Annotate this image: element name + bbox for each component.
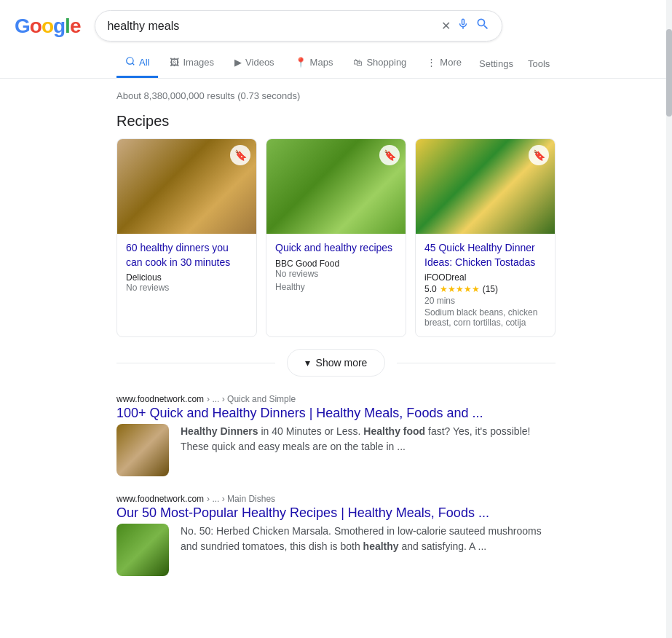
scrollbar-thumb[interactable] bbox=[666, 29, 672, 117]
result-body-0: Healthy Dinners in 40 Minutes or Less. H… bbox=[116, 424, 556, 476]
bookmark-button-1[interactable]: 🔖 bbox=[379, 145, 400, 165]
recipe-image-2: 🔖 bbox=[416, 139, 555, 234]
snippet-bold-0: Healthy Dinners bbox=[181, 425, 258, 437]
recipe-info-2: 45 Quick Healthy Dinner Ideas: Chicken T… bbox=[416, 234, 555, 336]
recipe-image-0: 🔖 bbox=[117, 139, 256, 234]
results-area: About 8,380,000,000 results (0.73 second… bbox=[0, 79, 672, 599]
rating-count-2: (15) bbox=[483, 284, 498, 294]
result-snippet-1: No. 50: Herbed Chicken Marsala. Smothere… bbox=[181, 524, 556, 576]
stars-icon-2: ★★★★★ bbox=[440, 284, 480, 294]
recipe-image-1: 🔖 bbox=[266, 139, 406, 234]
videos-icon: ▶ bbox=[234, 57, 242, 68]
recipe-ingredients-2: Sodium black beans, chicken breast, corn… bbox=[424, 307, 546, 328]
microphone-button[interactable] bbox=[456, 17, 470, 34]
result-snippet-0: Healthy Dinners in 40 Minutes or Less. H… bbox=[181, 424, 556, 476]
nav-tabs: All 🖼 Images ▶ Videos 📍 Maps 🛍 Shopping … bbox=[0, 49, 672, 79]
bookmark-button-0[interactable]: 🔖 bbox=[230, 145, 250, 165]
settings-tools: Settings Tools bbox=[473, 51, 556, 76]
tab-shopping[interactable]: 🛍 Shopping bbox=[344, 50, 415, 77]
recipe-reviews-1: No reviews bbox=[275, 269, 397, 279]
recipes-section: Recipes 🔖 60 healthy dinners you can coo… bbox=[116, 113, 556, 377]
result-thumbnail-0 bbox=[116, 424, 169, 476]
show-more-wrapper: ▾ Show more bbox=[116, 349, 556, 377]
search-result-0: www.foodnetwork.com › ... › Quick and Si… bbox=[116, 394, 556, 476]
search-result-1: www.foodnetwork.com › ... › Main Dishes … bbox=[116, 494, 556, 576]
result-breadcrumb-0: › ... › Quick and Simple bbox=[207, 394, 296, 404]
result-domain-0: www.foodnetwork.com bbox=[116, 394, 204, 404]
recipe-source-2: iFOODreal bbox=[424, 272, 546, 283]
svg-point-0 bbox=[127, 58, 133, 64]
google-logo: Google bbox=[15, 15, 80, 38]
recipes-section-title: Recipes bbox=[116, 113, 556, 130]
maps-icon: 📍 bbox=[295, 57, 307, 68]
result-domain-1: www.foodnetwork.com bbox=[116, 494, 204, 504]
recipe-cards-container: 🔖 60 healthy dinners you can cook in 30 … bbox=[116, 138, 556, 337]
result-title-link-0[interactable]: 100+ Quick and Healthy Dinners | Healthy… bbox=[116, 406, 556, 421]
result-url-1: www.foodnetwork.com › ... › Main Dishes bbox=[116, 494, 556, 504]
result-body-1: No. 50: Herbed Chicken Marsala. Smothere… bbox=[116, 524, 556, 576]
shopping-icon: 🛍 bbox=[353, 57, 363, 68]
tab-more[interactable]: ⋮ More bbox=[418, 50, 470, 77]
result-breadcrumb-1: › ... › Main Dishes bbox=[207, 494, 275, 504]
tab-images[interactable]: 🖼 Images bbox=[161, 50, 223, 77]
more-dots-icon: ⋮ bbox=[427, 57, 436, 68]
result-url-0: www.foodnetwork.com › ... › Quick and Si… bbox=[116, 394, 556, 404]
all-icon bbox=[125, 56, 135, 68]
tab-shopping-label: Shopping bbox=[366, 57, 406, 68]
svg-line-1 bbox=[133, 63, 135, 66]
recipe-card-1[interactable]: 🔖 Quick and healthy recipes BBC Good Foo… bbox=[266, 138, 406, 337]
recipe-title-link-2[interactable]: 45 Quick Healthy Dinner Ideas: Chicken T… bbox=[424, 241, 546, 269]
tools-link[interactable]: Tools bbox=[522, 51, 556, 76]
recipe-title-link-1[interactable]: Quick and healthy recipes bbox=[275, 241, 397, 256]
settings-link[interactable]: Settings bbox=[473, 51, 519, 76]
recipe-source-1: BBC Good Food bbox=[275, 259, 397, 269]
tab-images-label: Images bbox=[183, 57, 214, 68]
tab-videos[interactable]: ▶ Videos bbox=[226, 50, 283, 77]
snippet-bold-2: healthy bbox=[363, 540, 399, 552]
tab-maps-label: Maps bbox=[310, 57, 333, 68]
recipe-title-link-0[interactable]: 60 healthy dinners you can cook in 30 mi… bbox=[126, 241, 248, 269]
tab-maps[interactable]: 📍 Maps bbox=[286, 50, 342, 77]
recipe-info-1: Quick and healthy recipes BBC Good Food … bbox=[266, 234, 406, 301]
rating-value-2: 5.0 bbox=[424, 284, 437, 294]
search-button[interactable] bbox=[475, 17, 490, 35]
show-more-label: Show more bbox=[316, 357, 368, 369]
result-stats: About 8,380,000,000 results (0.73 second… bbox=[116, 84, 556, 113]
show-more-line-left bbox=[116, 363, 275, 363]
snippet-bold-1: Healthy food bbox=[363, 425, 425, 437]
clear-button[interactable]: ✕ bbox=[441, 19, 451, 33]
header: Google healthy meals ✕ bbox=[0, 0, 672, 49]
tab-all-label: All bbox=[139, 57, 149, 68]
recipe-reviews-0: No reviews bbox=[126, 283, 248, 293]
images-icon: 🖼 bbox=[170, 57, 179, 68]
scrollbar-area bbox=[666, 0, 672, 599]
bookmark-button-2[interactable]: 🔖 bbox=[529, 145, 549, 165]
show-more-button[interactable]: ▾ Show more bbox=[287, 349, 386, 377]
recipe-card-0[interactable]: 🔖 60 healthy dinners you can cook in 30 … bbox=[116, 138, 257, 337]
recipe-source-0: Delicious bbox=[126, 272, 248, 283]
recipe-card-2[interactable]: 🔖 45 Quick Healthy Dinner Ideas: Chicken… bbox=[415, 138, 556, 337]
search-bar: healthy meals ✕ bbox=[95, 10, 502, 42]
tab-all[interactable]: All bbox=[116, 49, 158, 78]
recipe-time-2: 20 mins bbox=[424, 296, 546, 306]
tab-more-label: More bbox=[440, 57, 462, 68]
show-more-line-right bbox=[397, 363, 556, 363]
result-title-link-1[interactable]: Our 50 Most-Popular Healthy Recipes | He… bbox=[116, 505, 556, 521]
recipe-info-0: 60 healthy dinners you can cook in 30 mi… bbox=[117, 234, 256, 302]
result-thumbnail-1 bbox=[116, 524, 169, 576]
tab-videos-label: Videos bbox=[245, 57, 274, 68]
recipe-rating-2: 5.0 ★★★★★ (15) bbox=[424, 284, 546, 294]
recipe-tag-1: Healthy bbox=[275, 282, 397, 292]
search-input[interactable]: healthy meals bbox=[107, 20, 435, 33]
chevron-down-icon: ▾ bbox=[305, 357, 310, 369]
